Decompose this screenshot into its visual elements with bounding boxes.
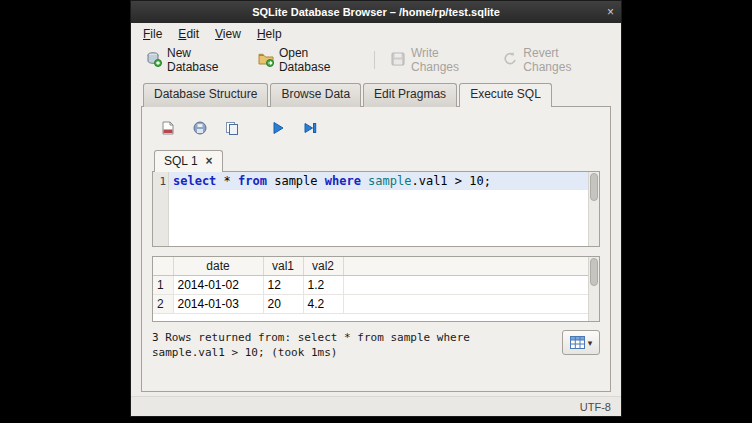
sql-token: sample [368,174,411,188]
table-row[interactable]: 22014-01-03204.2 [153,295,588,314]
column-header-val2[interactable]: val2 [303,257,343,276]
results-scrollbar-thumb[interactable] [590,258,598,286]
chevron-down-icon: ▾ [588,338,593,348]
results-grid[interactable]: dateval1val2 12014-01-02121.222014-01-03… [152,256,600,322]
revert-changes-icon [502,51,518,70]
write-changes-icon [390,51,406,70]
new-database-label: New Database [167,46,242,74]
open-database-button[interactable]: Open Database [251,42,366,78]
menubar: File Edit View Help [131,23,621,44]
menu-file[interactable]: File [135,25,170,43]
tab-database-structure[interactable]: Database Structure [143,83,268,107]
sql-token: * [216,174,238,188]
main-toolbar: New Database Open Database [131,44,621,76]
table-cell[interactable]: 2014-01-03 [173,295,263,314]
close-tab-icon[interactable]: × [206,156,213,166]
save-sql-file-icon [192,120,208,136]
query-status-message: 3 Rows returned from: select * from samp… [152,330,540,361]
editor-scrollbar-thumb[interactable] [590,173,598,201]
revert-changes-button[interactable]: Revert Changes [495,42,613,78]
copy-button[interactable] [220,117,244,139]
sql-token: select [173,174,216,188]
window-title: SQLite Database Browser – /home/rp/test.… [252,6,500,18]
editor-content[interactable]: select * from sample where sample.val1 >… [169,172,599,246]
sql-editor[interactable]: 1 select * from sample where sample.val1… [152,171,600,247]
open-sql-file-button[interactable] [156,117,180,139]
table-icon [570,336,585,349]
statusbar: UTF-8 [131,396,621,416]
tab-execute-sql[interactable]: Execute SQL [459,83,552,107]
tab-bar: Database Structure Browse Data Edit Prag… [141,82,611,106]
editor-scrollbar[interactable] [588,172,599,246]
new-database-icon [146,51,162,70]
sql-tab-bar: SQL 1 × [152,149,600,171]
sql-token: .val1 > 10; [411,174,490,188]
tab-label: Edit Pragmas [374,87,446,101]
execute-sql-button[interactable] [266,117,290,139]
tab-edit-pragmas[interactable]: Edit Pragmas [363,83,457,107]
tab-browse-data[interactable]: Browse Data [270,83,361,107]
play-to-line-icon [302,120,318,136]
main-area: Database Structure Browse Data Edit Prag… [131,76,621,396]
open-database-label: Open Database [279,46,359,74]
table-cell[interactable]: 12 [263,276,303,295]
table-cell[interactable]: 2014-01-02 [173,276,263,295]
write-changes-label: Write Changes [411,46,486,74]
app-window: SQLite Database Browser – /home/rp/test.… [130,0,622,417]
sql-tab[interactable]: SQL 1 × [154,150,223,172]
open-database-icon [258,51,274,70]
sql-token: sample [267,174,325,188]
new-database-button[interactable]: New Database [139,42,249,78]
header-filler [343,257,588,276]
line-number-gutter: 1 [153,172,169,246]
play-icon [270,120,286,136]
open-sql-file-icon [160,120,176,136]
column-header-val1[interactable]: val1 [263,257,303,276]
table-row[interactable]: 12014-01-02121.2 [153,276,588,295]
results-view-dropdown[interactable]: ▾ [562,330,600,355]
row-number-cell[interactable]: 2 [153,295,173,314]
encoding-label: UTF-8 [580,401,611,413]
desktop-background: SQLite Database Browser – /home/rp/test.… [0,0,752,423]
table-cell[interactable]: 20 [263,295,303,314]
results-scrollbar[interactable] [588,257,599,321]
splitter[interactable] [152,247,600,256]
toolbar-separator [374,51,375,69]
column-header-date[interactable]: date [173,257,263,276]
sql-toolbar [152,115,600,149]
save-sql-file-button[interactable] [188,117,212,139]
row-number-cell[interactable]: 1 [153,276,173,295]
cell-filler [343,276,588,295]
results-header-row: dateval1val2 [153,257,588,276]
tab-label: Execute SQL [470,87,541,101]
revert-changes-label: Revert Changes [523,46,606,74]
menu-view[interactable]: View [207,25,249,43]
write-changes-button[interactable]: Write Changes [383,42,493,78]
sql-token: from [238,174,267,188]
tab-label: Browse Data [281,87,350,101]
table-cell[interactable]: 1.2 [303,276,343,295]
execute-sql-panel: SQL 1 × 1 select * from sample where sam… [141,106,611,392]
close-window-icon[interactable]: × [607,1,614,23]
line-number: 1 [159,175,166,188]
menu-edit[interactable]: Edit [170,25,207,43]
sql-line[interactable]: select * from sample where sample.val1 >… [169,172,599,190]
results-table: dateval1val2 12014-01-02121.222014-01-03… [153,257,588,314]
execute-current-line-button[interactable] [298,117,322,139]
copy-icon [224,120,240,136]
sql-tab-label: SQL 1 [164,154,198,168]
menu-help[interactable]: Help [249,25,290,43]
titlebar[interactable]: SQLite Database Browser – /home/rp/test.… [131,1,621,23]
table-cell[interactable]: 4.2 [303,295,343,314]
corner-header[interactable] [153,257,173,276]
tab-label: Database Structure [154,87,257,101]
cell-filler [343,295,588,314]
sql-token: where [325,174,361,188]
